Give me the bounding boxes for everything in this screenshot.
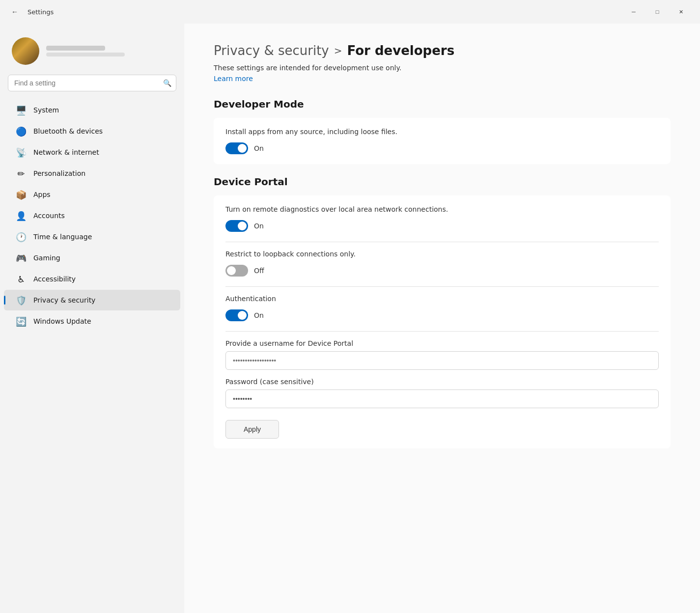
privacy-icon: 🛡️ (16, 295, 27, 306)
sidebar-item-bluetooth[interactable]: 🔵Bluetooth & devices (4, 121, 180, 141)
accessibility-icon: ♿ (16, 274, 27, 284)
sidebar-item-apps[interactable]: 📦Apps (4, 184, 180, 205)
sidebar-item-update[interactable]: 🔄Windows Update (4, 311, 180, 332)
sidebar-item-label-network: Network & internet (33, 148, 99, 156)
device-portal-main-toggle-label: On (254, 222, 264, 230)
developer-mode-toggle[interactable] (225, 142, 248, 154)
breadcrumb-separator: > (334, 45, 342, 56)
sidebar-item-personalization[interactable]: ✏️Personalization (4, 163, 180, 184)
sidebar-item-label-gaming: Gaming (33, 254, 60, 262)
user-name (46, 46, 105, 51)
device-portal-card: Turn on remote diagnostics over local ar… (214, 195, 671, 448)
accounts-icon: 👤 (16, 210, 27, 221)
sidebar-item-privacy[interactable]: 🛡️Privacy & security (4, 290, 180, 310)
titlebar: ← Settings ─ □ ✕ (0, 0, 700, 24)
user-section (0, 31, 184, 75)
minimize-button[interactable]: ─ (622, 4, 645, 20)
developer-mode-toggle-label: On (254, 144, 264, 152)
sidebar-item-network[interactable]: 📡Network & internet (4, 142, 180, 163)
auth-toggle-row: On (225, 309, 659, 321)
divider-3 (225, 331, 659, 332)
sidebar-item-label-accounts: Accounts (33, 212, 65, 220)
sidebar-item-label-system: System (33, 106, 59, 114)
breadcrumb-parent: Privacy & security (214, 43, 329, 58)
search-icon: 🔍 (163, 79, 171, 87)
loopback-toggle-row: Off (225, 265, 659, 277)
breadcrumb: Privacy & security > For developers (214, 43, 671, 58)
sidebar-item-time[interactable]: 🕐Time & language (4, 226, 180, 247)
sidebar-item-accessibility[interactable]: ♿Accessibility (4, 269, 180, 289)
auth-toggle[interactable] (225, 309, 248, 321)
gaming-icon: 🎮 (16, 252, 27, 263)
developer-mode-card: Install apps from any source, including … (214, 118, 671, 164)
avatar (12, 37, 39, 65)
developer-mode-desc: Install apps from any source, including … (225, 128, 659, 136)
auth-toggle-label: On (254, 311, 264, 319)
sidebar-nav: 🖥️System🔵Bluetooth & devices📡Network & i… (0, 99, 184, 332)
password-label: Password (case sensitive) (225, 378, 659, 386)
page-description: These settings are intended for developm… (214, 64, 671, 72)
sidebar-item-label-accessibility: Accessibility (33, 275, 76, 283)
titlebar-left: ← Settings (8, 5, 54, 19)
user-info (46, 46, 125, 56)
developer-mode-title: Developer Mode (214, 98, 671, 110)
app-title: Settings (28, 8, 54, 16)
back-button[interactable]: ← (8, 5, 22, 19)
sidebar-item-label-time: Time & language (33, 233, 92, 241)
learn-more-link[interactable]: Learn more (214, 75, 253, 83)
apps-icon: 📦 (16, 189, 27, 200)
network-icon: 📡 (16, 147, 27, 158)
sidebar-item-label-bluetooth: Bluetooth & devices (33, 127, 103, 135)
sidebar-item-label-privacy: Privacy & security (33, 296, 95, 304)
content-area: Privacy & security > For developers Thes… (184, 24, 700, 613)
auth-desc: Authentication (225, 295, 659, 303)
system-icon: 🖥️ (16, 105, 27, 115)
divider-1 (225, 242, 659, 242)
username-label: Provide a username for Device Portal (225, 339, 659, 347)
sidebar-item-label-apps: Apps (33, 191, 51, 198)
search-input[interactable] (8, 75, 176, 91)
user-email (46, 53, 125, 56)
device-portal-title: Device Portal (214, 176, 671, 188)
loopback-toggle[interactable] (225, 265, 248, 277)
sidebar-item-gaming[interactable]: 🎮Gaming (4, 248, 180, 268)
app-body: 🔍 🖥️System🔵Bluetooth & devices📡Network &… (0, 24, 700, 613)
sidebar: 🔍 🖥️System🔵Bluetooth & devices📡Network &… (0, 24, 184, 613)
update-icon: 🔄 (16, 316, 27, 327)
maximize-button[interactable]: □ (646, 4, 669, 20)
apply-button[interactable]: Apply (225, 420, 279, 439)
sidebar-item-label-update: Windows Update (33, 317, 91, 325)
device-portal-main-toggle[interactable] (225, 220, 248, 232)
developer-mode-toggle-row: On (225, 142, 659, 154)
sidebar-item-label-personalization: Personalization (33, 169, 85, 177)
time-icon: 🕐 (16, 231, 27, 242)
window-controls: ─ □ ✕ (622, 4, 692, 20)
loopback-desc: Restrict to loopback connections only. (225, 250, 659, 258)
device-portal-main-toggle-row: On (225, 220, 659, 232)
loopback-toggle-label: Off (254, 267, 264, 275)
device-portal-desc: Turn on remote diagnostics over local ar… (225, 205, 659, 213)
sidebar-item-system[interactable]: 🖥️System (4, 100, 180, 120)
bluetooth-icon: 🔵 (16, 126, 27, 137)
sidebar-item-accounts[interactable]: 👤Accounts (4, 205, 180, 226)
username-input[interactable] (225, 351, 659, 370)
personalization-icon: ✏️ (16, 168, 27, 179)
breadcrumb-current: For developers (347, 43, 455, 58)
password-input[interactable] (225, 390, 659, 408)
search-box: 🔍 (8, 75, 176, 91)
divider-2 (225, 286, 659, 287)
close-button[interactable]: ✕ (670, 4, 692, 20)
